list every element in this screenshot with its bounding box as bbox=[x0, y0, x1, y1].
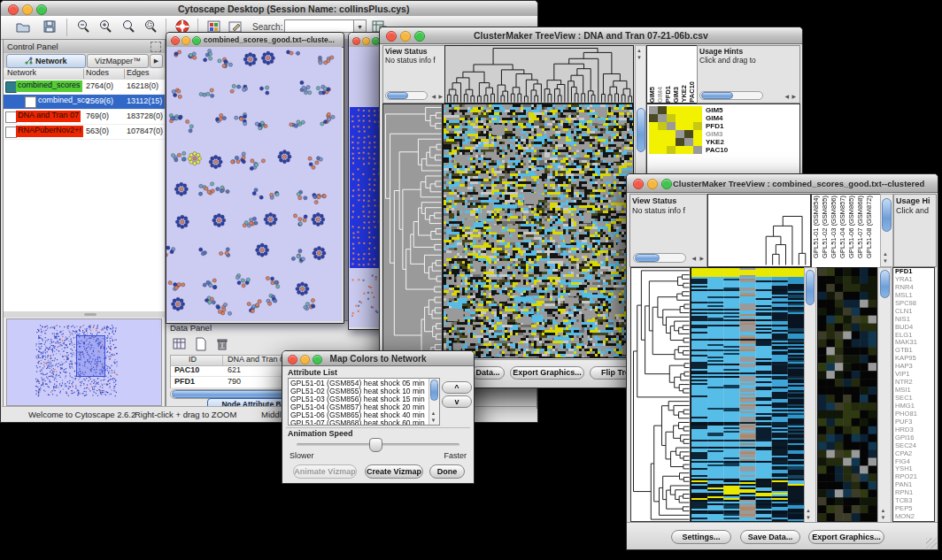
gene-label[interactable]: ELG1 bbox=[895, 332, 934, 340]
create-vizmap-button[interactable]: Create Vizmap bbox=[365, 464, 423, 479]
network-tree-row[interactable]: combined_scores2764(0)16218(0) bbox=[4, 80, 165, 95]
zoom-heatmap-canvas[interactable] bbox=[649, 106, 702, 154]
open-file-icon[interactable] bbox=[15, 19, 31, 35]
birdseye-canvas[interactable] bbox=[7, 319, 159, 403]
gene-label[interactable]: KAP95 bbox=[895, 355, 934, 363]
zoom-row-label[interactable]: GIM5 bbox=[706, 106, 728, 114]
animate-vizmap-button[interactable]: Animate Vizmap bbox=[293, 464, 357, 479]
zoom-row-label[interactable]: PFD1 bbox=[706, 122, 728, 130]
resize-grip[interactable] bbox=[926, 538, 937, 548]
save-data-button[interactable]: Save Data... bbox=[740, 530, 800, 544]
float-panel-icon[interactable] bbox=[151, 42, 161, 52]
gene-label[interactable]: GTB1 bbox=[895, 347, 934, 355]
splitter-handle[interactable] bbox=[4, 311, 165, 318]
export-graphics-button[interactable]: Export Graphics... bbox=[808, 530, 884, 544]
close-button[interactable] bbox=[633, 179, 644, 189]
gene-label[interactable]: SPC98 bbox=[895, 300, 934, 308]
tab-network[interactable]: Network bbox=[6, 54, 86, 68]
scroll-down-icon[interactable]: ▼ bbox=[431, 417, 436, 424]
close-button[interactable] bbox=[8, 4, 19, 15]
scroll-up-icon[interactable]: ▲ bbox=[806, 507, 811, 514]
save-data-button[interactable]: Data... bbox=[471, 366, 505, 380]
gene-label[interactable]: PEP5 bbox=[895, 505, 934, 513]
scroll-left-icon[interactable]: ◀ bbox=[784, 93, 789, 100]
gene-label[interactable]: MSI1 bbox=[895, 387, 934, 395]
zoom-row-label[interactable]: YKE2 bbox=[706, 138, 728, 146]
birdseye-view[interactable] bbox=[6, 318, 162, 406]
move-up-button[interactable]: ^ bbox=[442, 381, 472, 394]
minimize-button[interactable] bbox=[22, 4, 33, 15]
gene-label[interactable]: BUD4 bbox=[895, 324, 934, 332]
gene-label[interactable]: PAN1 bbox=[895, 481, 934, 489]
scroll-down-icon[interactable]: ▼ bbox=[637, 54, 642, 61]
column-vscrollbar[interactable]: ▲ ▼ bbox=[880, 194, 893, 267]
col-header-nodes[interactable]: Nodes bbox=[86, 68, 109, 78]
close-button[interactable] bbox=[352, 37, 360, 45]
scrollbar-thumb[interactable] bbox=[430, 380, 438, 401]
zoom-vscrollbar[interactable]: ▲ ▼ bbox=[877, 267, 892, 524]
gene-label[interactable]: CPA2 bbox=[895, 450, 934, 458]
zoom-in-icon[interactable] bbox=[97, 19, 113, 35]
settings-button[interactable]: Settings... bbox=[671, 530, 731, 544]
minimize-button[interactable] bbox=[647, 179, 658, 189]
scroll-up-icon[interactable]: ▲ bbox=[881, 507, 886, 514]
attribute-list-item[interactable]: GPL51-04 (GSM857) heat shock 20 min bbox=[290, 403, 429, 411]
usage-hints-hscrollbar[interactable] bbox=[699, 91, 763, 100]
gene-label[interactable]: SEC1 bbox=[895, 395, 934, 403]
network-tree-row[interactable]: DNA and Tran 07769(0)183728(0) bbox=[4, 110, 165, 125]
view-status-hscrollbar[interactable] bbox=[385, 91, 428, 100]
gene-label[interactable]: MON2 bbox=[895, 513, 934, 521]
gene-label[interactable]: MSL1 bbox=[895, 292, 934, 300]
zoom-heatmap-canvas[interactable] bbox=[817, 267, 877, 522]
scrollbar-thumb[interactable] bbox=[880, 270, 890, 298]
column-label[interactable]: PAC10 bbox=[689, 81, 696, 103]
column-label[interactable]: GIM5 bbox=[649, 87, 656, 103]
heatmap-vscrollbar[interactable]: ▲ ▼ bbox=[804, 267, 816, 524]
gene-label[interactable]: RPN1 bbox=[895, 489, 934, 497]
col-header-network[interactable]: Network bbox=[7, 68, 36, 78]
heatmap-canvas[interactable] bbox=[691, 267, 805, 522]
attribute-list-item[interactable]: GPL51-06 (GSM865) heat shock 40 min bbox=[290, 411, 429, 419]
col-header-edges[interactable]: Edges bbox=[127, 68, 150, 78]
zoom-selected-icon[interactable] bbox=[143, 19, 158, 35]
gene-label[interactable]: VIP1 bbox=[895, 371, 934, 379]
scroll-down-icon[interactable]: ▼ bbox=[883, 257, 888, 265]
minimize-button[interactable] bbox=[362, 37, 370, 45]
data-col-id[interactable]: ID bbox=[189, 355, 197, 364]
scroll-down-icon[interactable]: ▼ bbox=[881, 514, 886, 521]
gene-label[interactable]: HRD3 bbox=[895, 426, 934, 434]
attribute-list-item[interactable]: GPL51-02 (GSM855) heat shock 10 min bbox=[290, 387, 429, 395]
scroll-right-icon[interactable]: ▶ bbox=[438, 93, 443, 100]
minimize-button[interactable] bbox=[181, 36, 190, 45]
zoom-row-label[interactable]: PAC10 bbox=[706, 146, 728, 154]
export-graphics-button[interactable]: Export Graphics... bbox=[510, 366, 584, 380]
scroll-left-icon[interactable]: ◀ bbox=[431, 93, 436, 100]
scroll-up-icon[interactable]: ▲ bbox=[883, 250, 888, 257]
zoom-button[interactable] bbox=[36, 4, 47, 15]
gene-label[interactable]: MAK31 bbox=[895, 339, 934, 347]
attribute-list-item[interactable]: GPL51-03 (GSM856) heat shock 15 min bbox=[290, 395, 429, 403]
scrollbar-thumb[interactable] bbox=[806, 270, 815, 305]
gene-label[interactable]: NIS1 bbox=[895, 316, 934, 324]
search-input[interactable] bbox=[284, 19, 357, 33]
attribute-list-item[interactable]: GPL51-01 (GSM854) heat shock 05 min bbox=[290, 380, 429, 387]
heatmap-canvas[interactable] bbox=[443, 104, 634, 358]
speed-slider-thumb[interactable] bbox=[369, 438, 382, 452]
more-tabs-button[interactable]: ▶ bbox=[150, 54, 163, 68]
network-tree-row[interactable]: combined_sco2569(6)13112(15) bbox=[4, 95, 165, 110]
network-view-title-bar[interactable]: combined_scores_good.txt--cluste... bbox=[166, 33, 344, 48]
zoom-row-label[interactable]: GIM4 bbox=[706, 114, 728, 122]
column-dendrogram-canvas[interactable] bbox=[762, 214, 808, 265]
column-dendrogram-panel[interactable] bbox=[707, 194, 811, 267]
zoom-button[interactable] bbox=[661, 179, 672, 189]
column-label[interactable]: PFD1 bbox=[665, 86, 672, 103]
gene-label[interactable]: RNR4 bbox=[895, 284, 934, 292]
attribute-list-item[interactable]: GPL51-07 (GSM868) heat shock 60 min bbox=[290, 419, 429, 425]
dialog-title-bar[interactable]: Map Colors to Network bbox=[282, 351, 474, 366]
gene-label[interactable]: GPI16 bbox=[895, 434, 934, 442]
row-dendrogram-canvas[interactable] bbox=[630, 267, 691, 522]
gene-label[interactable]: FIG4 bbox=[895, 458, 934, 466]
column-label[interactable]: GIM3 bbox=[673, 87, 680, 103]
view-status-hscrollbar[interactable] bbox=[633, 253, 686, 263]
delete-attribute-icon[interactable] bbox=[214, 336, 230, 352]
